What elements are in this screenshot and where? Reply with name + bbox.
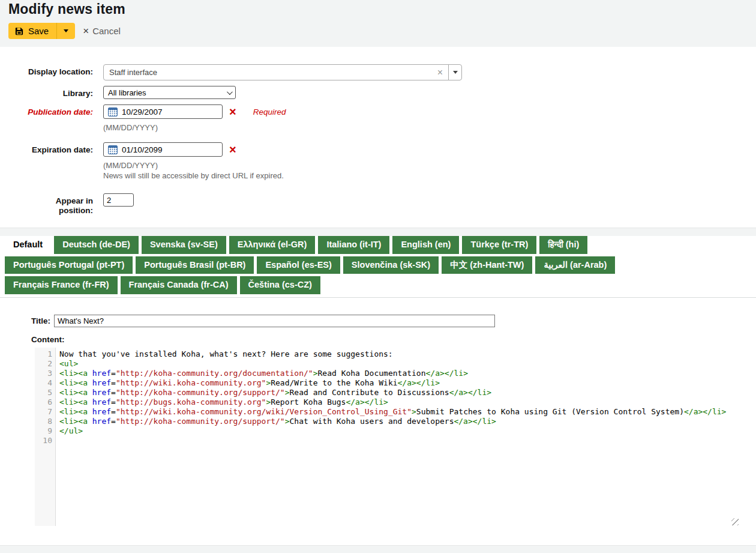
language-tab[interactable]: Čeština (cs-CZ) (240, 276, 320, 294)
tabs-top-strip (0, 228, 756, 236)
cancel-button[interactable]: × Cancel (83, 26, 121, 36)
language-tab[interactable]: Português Brasil (pt-BR) (136, 256, 254, 274)
language-tab-row: DefaultDeutsch (de-DE)Svenska (sv-SE)Ελλ… (5, 236, 756, 253)
expiration-date-field[interactable] (122, 145, 212, 154)
clear-date-icon[interactable]: × (229, 144, 236, 156)
publication-date-field[interactable] (122, 107, 212, 116)
floppy-disk-icon (15, 27, 23, 35)
expiration-date-input[interactable] (103, 142, 223, 157)
position-label: Appear in position: (0, 193, 93, 216)
date-format-hint: (MM/DD/YYYY) (103, 123, 286, 132)
language-tab[interactable]: Türkçe (tr-TR) (462, 236, 536, 253)
line-number: 6 (35, 397, 52, 407)
display-location-label: Display location: (0, 64, 93, 77)
language-tab[interactable]: Slovenčina (sk-SK) (343, 256, 439, 274)
language-tab[interactable]: Ελληνικά (el-GR) (229, 236, 316, 253)
language-tab[interactable]: Italiano (it-IT) (318, 236, 389, 253)
x-icon: × (83, 26, 89, 36)
position-field[interactable] (103, 193, 134, 207)
language-tabs-section: DefaultDeutsch (de-DE)Svenska (sv-SE)Ελλ… (0, 228, 756, 297)
code-line[interactable]: <ul> (59, 359, 739, 369)
editor-code[interactable]: Now that you've installed Koha, what's n… (56, 348, 739, 526)
library-select[interactable]: All libraries (103, 86, 236, 99)
code-line[interactable]: Now that you've installed Koha, what's n… (59, 349, 739, 359)
calendar-icon (108, 145, 118, 154)
language-tab[interactable]: Français Canada (fr-CA) (121, 276, 237, 294)
chevron-down-icon (64, 29, 68, 32)
cancel-button-label: Cancel (92, 26, 121, 36)
display-location-value: Staff interface (104, 68, 432, 77)
language-tab-row: Français France (fr-FR)Français Canada (… (5, 276, 756, 294)
language-tab[interactable]: English (en) (392, 236, 459, 253)
resize-handle-icon[interactable] (731, 518, 739, 525)
code-line[interactable]: <li><a href="http://koha-community.org/s… (59, 417, 739, 426)
chevron-down-icon (227, 89, 233, 95)
code-line[interactable]: <li><a href="http://wiki.koha-community.… (59, 378, 739, 388)
page-title: Modify news item (0, 1, 756, 23)
language-tab[interactable]: Português Portugal (pt-PT) (5, 256, 133, 274)
code-line[interactable]: <li><a href="http://koha-community.org/d… (59, 369, 739, 378)
library-selected-value: All libraries (108, 88, 227, 97)
code-line[interactable] (59, 436, 739, 446)
library-label: Library: (0, 86, 93, 98)
expiration-date-row: Expiration date: × (MM/DD/YYYY) News wil… (0, 142, 756, 180)
line-number: 10 (35, 436, 52, 446)
language-tab[interactable]: 中文 (zh-Hant-TW) (442, 256, 532, 274)
editor-gutter: 12345678910 (35, 348, 56, 526)
expiration-note: News will still be accessible by direct … (103, 171, 284, 180)
chevron-down-icon (453, 71, 458, 74)
default-tab-panel: Title: Content: 12345678910 Now that you… (0, 298, 756, 526)
title-field[interactable] (54, 315, 495, 327)
position-row: Appear in position: (0, 193, 756, 216)
line-number: 4 (35, 378, 52, 388)
display-location-select[interactable]: Staff interface × (103, 64, 462, 80)
library-row: Library: All libraries (0, 86, 756, 99)
page-header: Modify news item Save × Cancel (0, 0, 756, 47)
title-label: Title: (31, 316, 50, 325)
display-location-row: Display location: Staff interface × (0, 64, 756, 80)
title-row: Title: (31, 315, 739, 327)
date-format-hint: (MM/DD/YYYY) (103, 161, 284, 170)
line-number: 1 (35, 349, 52, 359)
save-button-group: Save (8, 23, 75, 39)
required-flag: Required (253, 107, 286, 116)
line-number: 8 (35, 417, 52, 426)
line-number: 3 (35, 369, 52, 378)
news-item-form: Display location: Staff interface × Libr… (0, 47, 756, 228)
language-tab[interactable]: हिन्दी (hi) (539, 236, 587, 253)
publication-date-row: Publication date: × Required (MM/DD/YYYY… (0, 104, 756, 132)
language-tab[interactable]: Deutsch (de-DE) (54, 236, 139, 253)
publication-date-input[interactable] (103, 104, 223, 119)
save-dropdown-button[interactable] (57, 23, 75, 39)
toolbar: Save × Cancel (0, 23, 756, 39)
page-footer (0, 545, 756, 553)
content-label: Content: (31, 335, 739, 344)
clear-date-icon[interactable]: × (229, 106, 236, 118)
language-tab[interactable]: Français France (fr-FR) (5, 276, 118, 294)
language-tab[interactable]: العربية (ar-Arab) (535, 256, 615, 274)
html-code-editor[interactable]: 12345678910 Now that you've installed Ko… (35, 348, 739, 526)
dropdown-toggle[interactable] (448, 65, 461, 80)
line-number: 7 (35, 407, 52, 417)
code-line[interactable]: </ul> (59, 426, 739, 436)
language-tab[interactable]: Español (es-ES) (257, 256, 340, 274)
clear-selection-icon[interactable]: × (432, 68, 448, 77)
calendar-icon (108, 107, 118, 116)
line-number: 9 (35, 426, 52, 436)
language-tabs: DefaultDeutsch (de-DE)Svenska (sv-SE)Ελλ… (0, 236, 756, 297)
language-tab-row: Português Portugal (pt-PT)Português Bras… (5, 256, 756, 274)
line-number: 2 (35, 359, 52, 369)
line-number: 5 (35, 388, 52, 397)
code-line[interactable]: <li><a href="http://wiki.koha-community.… (59, 407, 739, 417)
language-tab[interactable]: Default (5, 236, 51, 253)
save-button[interactable]: Save (8, 23, 57, 39)
save-button-label: Save (28, 26, 49, 36)
expiration-date-label: Expiration date: (0, 142, 93, 155)
code-line[interactable]: <li><a href="http://koha-community.org/s… (59, 388, 739, 397)
publication-date-label: Publication date: (0, 104, 93, 117)
code-line[interactable]: <li><a href="http://bugs.koha-community.… (59, 397, 739, 407)
language-tab[interactable]: Svenska (sv-SE) (142, 236, 226, 253)
